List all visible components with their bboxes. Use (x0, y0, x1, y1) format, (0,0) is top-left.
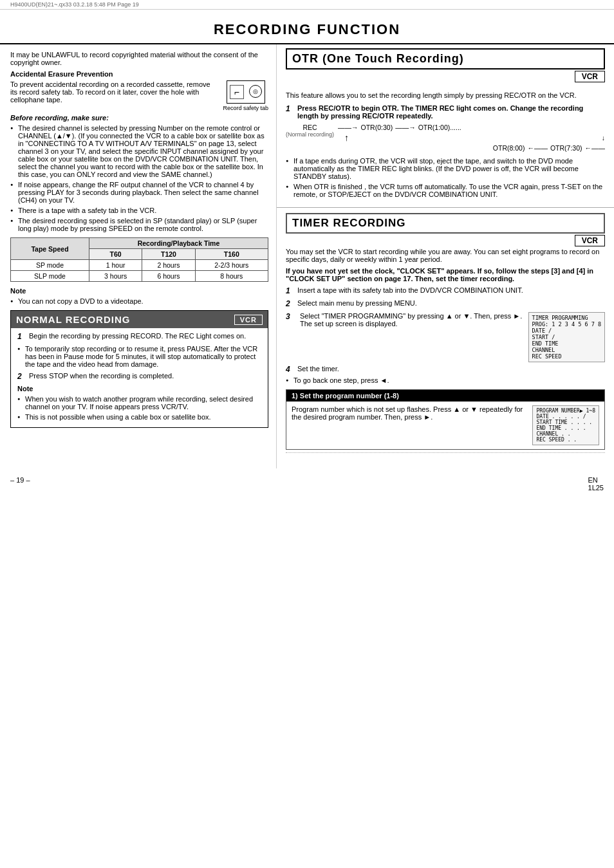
list-item: To temporarily stop recording or to resu… (17, 345, 261, 368)
table-sub-header: T120 (142, 249, 195, 260)
right-column: OTR (One Touch Recording) VCR This featu… (277, 44, 614, 468)
step-2: 2 Press STOP when the recording is compl… (17, 372, 261, 381)
step-number: 4 (286, 365, 297, 374)
safety-tab-label: Record safety tab (223, 105, 268, 111)
normal-recording-content: 1 Begin the recording by pressing RECORD… (11, 328, 268, 427)
note-title: Note (10, 287, 268, 295)
table-col-header: Recording/Playback Time (89, 238, 268, 249)
list-item: The desired recording speed is selected … (10, 217, 268, 232)
list-item: The desired channel is selected by press… (10, 124, 268, 178)
step-text: Press STOP when the recording is complet… (29, 372, 261, 380)
screen-line: START TIME . . . . (536, 420, 595, 425)
screen-line: REC SPEED . . (536, 437, 595, 443)
otr-diagram: REC (Normal recording) ——→ OTR(0:30) ——→… (286, 124, 605, 152)
page-number: – 19 – (10, 476, 30, 492)
screen-line: PROGRAM NUMBER▶ 1~8 (536, 408, 595, 414)
normal-recording-header: NORMAL RECORDING VCR (11, 311, 268, 328)
normal-rec-vcr-badge: VCR (234, 315, 263, 325)
prog-num-section: 1) Set the program number (1-8) Program … (286, 389, 605, 450)
list-item: There is a tape with a safety tab in the… (10, 207, 268, 214)
list-item: If a tape ends during OTR, the VCR will … (286, 157, 605, 180)
safety-tab-icon: ◎ (249, 85, 262, 98)
lang: EN (588, 476, 598, 484)
otr-bullets: If a tape ends during OTR, the VCR will … (286, 157, 605, 198)
accidental-text: To prevent accidental recording on a rec… (10, 80, 218, 104)
screen-line: END TIME . . . . (536, 425, 595, 431)
pause-note-list: To temporarily stop recording or to resu… (17, 345, 261, 368)
timer-section: TIMER RECORDING VCR You may set the VCR … (277, 208, 614, 462)
timer-header: TIMER RECORDING (292, 217, 406, 230)
timer-step-1: 1 Insert a tape with its safety tab into… (286, 286, 605, 295)
step-number: 1 (286, 286, 297, 295)
tape-speed-table: Tape Speed Recording/Playback Time T60 T… (10, 237, 268, 282)
table-cell: 3 hours (89, 271, 142, 282)
screen-line: PROG: 1 2 3 4 5 6 7 8 (532, 321, 601, 328)
table-cell: SLP mode (11, 271, 89, 282)
screen-line: DATE / (532, 328, 601, 334)
list-item: You can not copy a DVD to a videotape. (10, 297, 268, 305)
otr-030: OTR(0:30) (361, 124, 393, 131)
otr-step-1: 1 Press REC/OTR to begin OTR. The TIMER … (286, 104, 605, 120)
otr-header: OTR (One Touch Recording) (292, 52, 464, 66)
timer-step-3: 3 Select "TIMER PROGRAMMING" by pressing… (286, 312, 605, 362)
otr-top: OTR (One Touch Recording) VCR (277, 44, 614, 86)
up-arrow-icon: ↑ (344, 133, 349, 143)
step-text: Set the timer. (297, 365, 605, 373)
arrow-left-icon: ←—— (527, 144, 548, 152)
table-sub-header: T60 (89, 249, 142, 260)
accidental-title: Accidental Erasure Prevention (10, 70, 268, 78)
before-recording-label: Before recording, make sure: (10, 114, 268, 122)
otr-section: This feature allows you to set the recor… (277, 86, 614, 208)
safety-tab-illustration: ⌐ ◎ (227, 80, 265, 104)
step-text: Select main menu by pressing MENU. (297, 299, 605, 307)
version-code: 1L25 (588, 484, 604, 492)
page-footer: – 19 – EN 1L25 (0, 474, 614, 494)
table-row: SLP mode 3 hours 6 hours 8 hours (11, 271, 268, 282)
lang-code: EN 1L25 (588, 476, 604, 492)
timer-step-4: 4 Set the timer. (286, 365, 605, 374)
go-back-list: To go back one step, press ◄. (286, 376, 605, 384)
table-sub-header: T160 (195, 249, 268, 260)
separator (286, 452, 605, 453)
step-1: 1 Begin the recording by pressing RECORD… (17, 332, 261, 341)
screen-line: CHANNEL . . (536, 431, 595, 437)
normal-rec-label: (Normal recording) (286, 131, 334, 138)
timer-vcr-badge: VCR (575, 235, 605, 246)
otr-730: OTR(7:30) (550, 144, 582, 152)
safety-tab-section: To prevent accidental recording on a rec… (10, 80, 268, 111)
table-cell: 2-2/3 hours (195, 260, 268, 271)
step-number: 1 (17, 332, 29, 341)
arrow-left-icon: ←—— (585, 144, 606, 152)
otr-vcr-badge: VCR (575, 71, 605, 82)
arrow-right-icon: ——→ (395, 124, 416, 131)
prog-num-header: 1) Set the program number (1-8) (286, 390, 604, 402)
note2-list: When you wish to watch another program w… (17, 395, 261, 421)
note2-title: Note (17, 385, 261, 392)
doc-ref: H9400UD(EN)21~.qx33 03.2.18 5:48 PM Page… (10, 1, 139, 8)
timer-screen-3: TIMER PROGRAMMING PROG: 1 2 3 4 5 6 7 8 … (528, 312, 605, 362)
normal-recording-section: NORMAL RECORDING VCR 1 Begin the recordi… (10, 310, 268, 428)
prog-num-content: Program number which is not set up flash… (286, 402, 604, 449)
prog-num-desc: Program number which is not set up flash… (292, 405, 527, 421)
list-item: This is not possible when using a cable … (17, 413, 261, 421)
timer-warn: If you have not yet set the clock, "CLOC… (286, 267, 605, 282)
step-number: 2 (17, 372, 29, 381)
screen-line: DATE . . . . . / (536, 414, 595, 420)
screen-line: CHANNEL (532, 347, 601, 353)
timer-step-2: 2 Select main menu by pressing MENU. (286, 299, 605, 308)
timer-desc: You may set the VCR to start recording w… (286, 248, 605, 263)
step-number: 3 (286, 312, 297, 321)
list-item: When you wish to watch another program w… (17, 395, 261, 411)
page-title: RECORDING FUNCTION (0, 10, 614, 44)
screen-line: START / (532, 334, 601, 340)
table-cell: 8 hours (195, 271, 268, 282)
step-text: Press REC/OTR to begin OTR. The TIMER RE… (297, 104, 605, 120)
step-number: 1 (286, 104, 297, 113)
step-text: Begin the recording by pressing RECORD. … (29, 332, 261, 340)
table-cell: 6 hours (142, 271, 195, 282)
table-cell: 2 hours (142, 260, 195, 271)
arrow-right-icon: ——→ (338, 124, 358, 131)
left-column: It may be UNLAWFUL to record copyrighted… (0, 44, 277, 468)
list-item: When OTR is finished , the VCR turns off… (286, 183, 605, 198)
before-recording-list: The desired channel is selected by press… (10, 124, 268, 232)
